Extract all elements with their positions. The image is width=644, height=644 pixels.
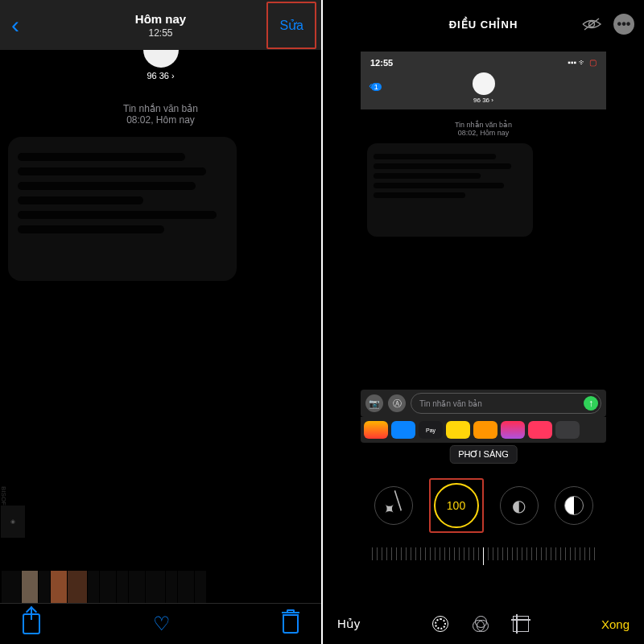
preview-input-row: 📷 Ⓐ Tin nhắn văn bản ↑ xyxy=(361,390,606,417)
message-time: 08:02, Hôm nay xyxy=(126,114,195,126)
message-meta: Tin nhắn văn bản 08:02, Hôm nay xyxy=(0,103,321,126)
adjustment-tooltip: PHƠI SÁNG xyxy=(449,445,518,464)
edit-bottom-bar: Hủy Xong xyxy=(323,604,644,644)
avatar-icon xyxy=(143,50,179,68)
preview-time: 12:55 xyxy=(370,58,393,68)
preview-bubble xyxy=(367,143,533,237)
dual-screenshot: ‹ Hôm nay 12:55 Sửa 96 36 › Tin nhắn văn… xyxy=(0,0,644,644)
edit-mode-title: ĐIỀU CHỈNH xyxy=(449,19,518,31)
adjust-tab-icon[interactable] xyxy=(432,616,448,632)
appstore-icon: Ⓐ xyxy=(388,394,406,412)
preview-back-icon: ‹1 xyxy=(369,79,382,92)
thumbnail-strip[interactable] xyxy=(0,570,321,604)
crop-tab-icon[interactable] xyxy=(513,616,529,632)
preview-message-field: Tin nhắn văn bản ↑ xyxy=(411,393,601,414)
watermark-logo: ◉ xyxy=(1,506,25,538)
preview-avatar-icon xyxy=(473,72,495,95)
header-actions: ••• xyxy=(581,14,634,35)
edit-mode-tabs xyxy=(432,616,529,632)
camera-icon: 📷 xyxy=(365,394,383,412)
preview-body: Tin nhắn văn bản08:02, Hôm nay 📷 Ⓐ Tin n… xyxy=(361,109,606,443)
brilliance-button[interactable] xyxy=(555,486,593,525)
preview-status-bar: 12:55 ▪▪▪ᯤ▢ ‹1 96 36 › xyxy=(361,52,606,109)
exposure-button[interactable]: 100 xyxy=(434,483,479,528)
trash-icon[interactable] xyxy=(283,614,299,634)
value-slider[interactable] xyxy=(363,544,605,568)
photos-detail-screen: ‹ Hôm nay 12:55 Sửa 96 36 › Tin nhắn văn… xyxy=(0,0,321,644)
toggle-preview-icon[interactable] xyxy=(581,17,602,31)
edit-header: ĐIỀU CHỈNH ••• xyxy=(323,0,644,48)
message-bubble xyxy=(8,137,237,281)
favorite-icon[interactable]: ♡ xyxy=(153,613,171,635)
cancel-button[interactable]: Hủy xyxy=(337,617,360,631)
bottom-toolbar: ♡ xyxy=(0,603,321,644)
edit-button[interactable]: Sửa xyxy=(266,2,316,49)
preview-signal-icon: ▪▪▪ᯤ▢ xyxy=(568,58,597,67)
preview-message-meta: Tin nhắn văn bản08:02, Hôm nay xyxy=(361,121,606,137)
share-icon[interactable] xyxy=(23,613,40,634)
nav-bar: ‹ Hôm nay 12:55 Sửa xyxy=(0,0,321,50)
photo-content: 96 36 › Tin nhắn văn bản 08:02, Hôm nay … xyxy=(0,50,321,580)
photo-preview: 12:55 ▪▪▪ᯤ▢ ‹1 96 36 › Tin nhắn văn bản0… xyxy=(361,52,606,443)
done-button[interactable]: Xong xyxy=(601,617,630,631)
watermark: BISOF xyxy=(0,486,7,506)
preview-apps-row: Pay PHƠI SÁNG xyxy=(361,417,606,443)
more-icon[interactable]: ••• xyxy=(613,14,634,35)
send-up-icon: ↑ xyxy=(584,396,598,411)
contact-label: 96 36 › xyxy=(0,71,321,80)
preview-contact: 96 36 › xyxy=(361,97,606,104)
highlights-button[interactable]: ◐ xyxy=(500,486,539,525)
filters-tab-icon[interactable] xyxy=(473,616,489,632)
adjustment-row: ✦╱ 100 ◐ xyxy=(323,478,644,533)
auto-enhance-button[interactable]: ✦╱ xyxy=(374,486,413,525)
back-icon[interactable]: ‹ xyxy=(6,11,24,39)
photo-edit-screen: ĐIỀU CHỈNH ••• 12:55 ▪▪▪ᯤ▢ ‹1 96 36 › xyxy=(323,0,644,644)
message-type: Tin nhắn văn bản xyxy=(123,103,198,114)
